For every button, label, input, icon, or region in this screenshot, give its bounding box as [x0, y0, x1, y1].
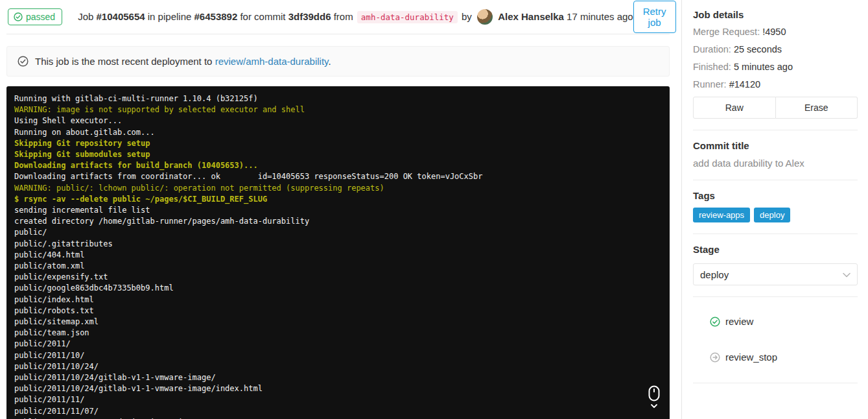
stage-job-label: review_stop [725, 352, 777, 363]
scroll-down-icon [646, 385, 662, 411]
log-line: Skipping Git submodules setup [14, 149, 662, 160]
log-line: public/google863dbc4b7335b0b9.html [14, 283, 662, 294]
chevron-down-icon [843, 272, 850, 278]
log-line: public/team.json [14, 328, 662, 339]
log-line: public/2011/10/24/ [14, 361, 662, 372]
log-line: Downloading artifacts for build_branch (… [14, 160, 662, 171]
detail-row: Merge Request: !4950 [693, 27, 858, 37]
detail-label: Finished: [693, 62, 734, 72]
log-line: public/.gitattributes [14, 239, 662, 250]
log-line: Skipping Git repository setup [14, 138, 662, 149]
job-sidebar: Job details Merge Request: !4950Duration… [681, 0, 868, 419]
from-label: from [334, 11, 353, 22]
tag-badge[interactable]: deploy [754, 208, 790, 222]
stage-job-review[interactable]: review [693, 307, 858, 336]
log-line: $ rsync -av --delete public ~/pages/$CI_… [14, 194, 662, 205]
deployment-notice-text: This job is the most recent deployment t… [35, 56, 331, 67]
job-details-title: Job details [693, 9, 858, 20]
scroll-down-indicator[interactable] [646, 385, 662, 411]
check-circle-icon [18, 56, 29, 67]
author-name-link[interactable]: Alex Hanselka [498, 11, 564, 22]
stage-jobs-list: reviewreview_stop [693, 307, 858, 372]
detail-value: #14120 [729, 79, 760, 90]
stage-dropdown[interactable]: deploy [693, 263, 858, 285]
environment-link[interactable]: review/amh-data-durability [215, 56, 329, 67]
commit-sha-link[interactable]: 3df39dd6 [288, 11, 331, 22]
divider [693, 180, 858, 180]
detail-label: Runner: [693, 79, 729, 90]
job-details-rows: Merge Request: !4950Duration: 25 seconds… [693, 27, 858, 90]
log-line: Running on about.gitlab.com... [14, 127, 662, 138]
tags-heading: Tags [693, 190, 858, 201]
stage-job-label: review [725, 316, 753, 327]
status-success-icon [710, 317, 720, 327]
log-line: sending incremental file list [14, 205, 662, 216]
log-line: public/2011/ [14, 339, 662, 350]
by-label: by [462, 11, 472, 22]
log-line: public/atom.xml [14, 261, 662, 272]
detail-label: Merge Request: [693, 27, 762, 37]
branch-badge[interactable]: amh-data-durability [357, 11, 458, 23]
tag-badge[interactable]: review-apps [693, 208, 750, 222]
commit-title-heading: Commit title [693, 140, 858, 151]
log-line: public/2011/10/ [14, 350, 662, 361]
log-line: Running with gitlab-ci-multi-runner 1.10… [14, 93, 662, 104]
deployment-notice: This job is the most recent deployment t… [6, 46, 670, 77]
status-badge[interactable]: passed [8, 8, 62, 25]
build-header: passed Job #10405654 in pipeline #645389… [6, 0, 670, 34]
pipeline-label: in pipeline [148, 11, 192, 22]
detail-value: 5 minutes ago [734, 62, 793, 72]
avatar[interactable] [477, 9, 493, 25]
erase-button[interactable]: Erase [776, 97, 858, 119]
log-actions: Raw Erase [693, 97, 858, 119]
detail-row: Finished: 5 minutes ago [693, 62, 858, 72]
log-line: Using Shell executor... [14, 115, 662, 126]
log-line: public/404.html [14, 250, 662, 261]
commit-label: for commit [240, 11, 285, 22]
raw-button[interactable]: Raw [693, 97, 776, 119]
divider [693, 233, 858, 234]
log-line: created directory /home/gitlab-runner/pa… [14, 216, 662, 227]
job-label: Job [78, 11, 93, 22]
commit-title-text: add data durability to Alex [693, 158, 858, 169]
job-page: passed Job #10405654 in pipeline #645389… [0, 0, 868, 419]
detail-row: Duration: 25 seconds [693, 44, 858, 54]
detail-label: Duration: [693, 44, 734, 54]
notice-suffix: . [328, 56, 331, 67]
stage-heading: Stage [693, 244, 858, 255]
stage-job-review_stop[interactable]: review_stop [693, 342, 858, 372]
log-lines: Running with gitlab-ci-multi-runner 1.10… [14, 93, 662, 419]
pipeline-number-link[interactable]: #6453892 [194, 11, 238, 22]
log-line: public/2011/11/07/ [14, 406, 662, 417]
retry-job-button[interactable]: Retry job [633, 1, 676, 33]
log-line: public/ [14, 227, 662, 238]
log-line: public/sitemap.xml [14, 317, 662, 328]
detail-value: 25 seconds [734, 44, 782, 54]
log-line: WARNING: image is not supported by selec… [14, 104, 662, 115]
job-number: #10405654 [97, 11, 145, 22]
log-line: Downloading artifacts from coordinator..… [14, 171, 662, 182]
log-line: public/robots.txt [14, 305, 662, 317]
status-label: passed [26, 12, 55, 22]
stage-selected-value: deploy [700, 269, 729, 280]
notice-text: This job is the most recent deployment t… [35, 56, 212, 67]
log-line: public/2011/10/24/gitlab-v1-1-vmware-ima… [14, 372, 662, 383]
log-line: WARNING: public/: lchown public/: operat… [14, 183, 662, 194]
time-ago: 17 minutes ago [567, 11, 633, 22]
status-manual-icon [710, 352, 720, 363]
log-line: public/2011/11/ [14, 394, 662, 405]
build-log[interactable]: Running with gitlab-ci-multi-runner 1.10… [6, 86, 670, 419]
log-line: public/expensify.txt [14, 272, 662, 283]
divider [693, 296, 858, 297]
log-line: public/2011/10/24/gitlab-v1-1-vmware-ima… [14, 383, 662, 394]
detail-row: Runner: #14120 [693, 79, 858, 90]
job-summary: Job #10405654 in pipeline #6453892 for c… [78, 9, 633, 25]
detail-value: !4950 [762, 27, 786, 37]
main-column: passed Job #10405654 in pipeline #645389… [0, 0, 681, 419]
divider [693, 130, 858, 130]
divider [693, 383, 858, 383]
tags-row: review-appsdeploy [693, 208, 858, 222]
check-circle-icon [14, 12, 23, 21]
log-line: public/index.html [14, 294, 662, 305]
